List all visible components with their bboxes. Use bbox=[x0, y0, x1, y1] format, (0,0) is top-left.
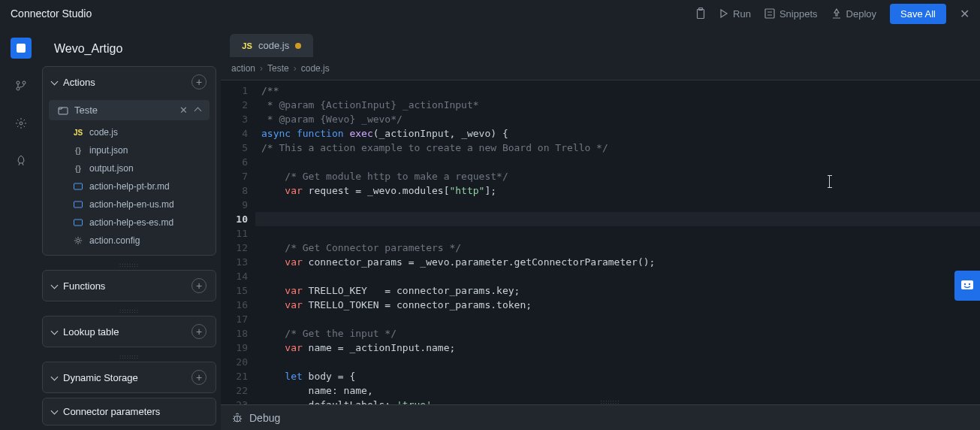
svg-rect-2 bbox=[765, 9, 774, 18]
js-file-icon: JS bbox=[73, 129, 83, 137]
panel-header-actions[interactable]: Actions + bbox=[43, 67, 216, 97]
code-content[interactable]: /** * @param {ActionInput} _actionInput*… bbox=[255, 80, 980, 404]
save-all-button[interactable]: Save All bbox=[890, 4, 946, 24]
panel-drag-handle[interactable]: :::::::: bbox=[601, 398, 620, 405]
add-button[interactable]: + bbox=[191, 370, 207, 385]
breadcrumb-item[interactable]: action bbox=[231, 63, 255, 74]
folder-collapse-icon[interactable] bbox=[195, 104, 201, 116]
code-editor[interactable]: 1234567891011121314151617181920212223 /*… bbox=[221, 80, 980, 404]
gear-icon bbox=[15, 117, 27, 129]
file-label: action.config bbox=[89, 235, 140, 246]
panel-title: Connector parameters bbox=[63, 406, 160, 417]
file-code-js[interactable]: JScode.js bbox=[56, 123, 216, 141]
file-input-json[interactable]: {}input.json bbox=[56, 141, 216, 159]
tree-folder-teste[interactable]: Teste ✕ bbox=[49, 100, 210, 120]
drag-handle[interactable]: :::::::: bbox=[42, 260, 216, 270]
md-file-icon bbox=[73, 200, 83, 209]
js-icon: JS bbox=[242, 41, 252, 50]
breadcrumb-item[interactable]: code.js bbox=[301, 63, 330, 74]
svg-point-26 bbox=[969, 283, 970, 285]
panel-header-dynamic[interactable]: Dynamic Storage + bbox=[43, 362, 216, 392]
snippets-button[interactable]: Snippets bbox=[764, 8, 818, 20]
file-action-config[interactable]: action.config bbox=[56, 232, 216, 250]
file-action-help-es-es-md[interactable]: action-help-es-es.md bbox=[56, 213, 216, 232]
folder-name: Teste bbox=[74, 104, 98, 116]
panel-dynamic-storage: Dynamic Storage + bbox=[42, 362, 216, 393]
chevron-down-icon bbox=[52, 280, 57, 292]
chevron-down-icon bbox=[52, 77, 57, 88]
run-button[interactable]: Run bbox=[719, 8, 751, 20]
svg-rect-14 bbox=[74, 220, 83, 226]
text-cursor bbox=[829, 175, 830, 188]
panel-connector-params: Connector parameters bbox=[42, 398, 216, 425]
svg-rect-13 bbox=[74, 201, 83, 207]
svg-rect-12 bbox=[74, 183, 83, 189]
rail-item-branch[interactable] bbox=[11, 75, 32, 96]
editor-area: JS code.js action › Teste › code.js 1234… bbox=[221, 27, 980, 430]
snippets-label: Snippets bbox=[779, 8, 818, 20]
bug-icon bbox=[231, 412, 243, 424]
feedback-button[interactable] bbox=[954, 271, 980, 301]
panel-functions: Functions + bbox=[42, 270, 216, 301]
smiley-icon bbox=[960, 278, 975, 293]
drag-handle[interactable]: :::::::: bbox=[42, 306, 216, 316]
branch-icon bbox=[15, 80, 27, 92]
deploy-label: Deploy bbox=[846, 8, 876, 20]
icon-rail bbox=[0, 27, 42, 430]
svg-point-7 bbox=[17, 81, 20, 84]
deploy-icon bbox=[831, 8, 842, 19]
debug-label: Debug bbox=[249, 412, 280, 424]
svg-point-15 bbox=[77, 239, 80, 242]
panel-title: Dynamic Storage bbox=[63, 372, 138, 383]
deploy-button[interactable]: Deploy bbox=[831, 8, 876, 20]
svg-line-20 bbox=[234, 416, 235, 417]
add-action-button[interactable]: + bbox=[191, 74, 207, 89]
json-file-icon: {} bbox=[73, 147, 83, 155]
clipboard-button[interactable] bbox=[695, 8, 706, 20]
drag-handle[interactable]: :::::::: bbox=[42, 352, 216, 362]
tab-code-js[interactable]: JS code.js bbox=[230, 34, 313, 57]
chevron-down-icon bbox=[52, 372, 57, 383]
rail-item-rocket[interactable] bbox=[11, 150, 32, 171]
file-label: output.json bbox=[89, 163, 134, 174]
topbar: Connector Studio Run Snippets Deploy Sav… bbox=[0, 0, 980, 27]
run-label: Run bbox=[733, 8, 751, 20]
dirty-indicator bbox=[295, 43, 301, 49]
add-button[interactable]: + bbox=[191, 324, 207, 339]
file-label: action-help-en-us.md bbox=[89, 199, 174, 210]
app-title: Connector Studio bbox=[11, 8, 92, 20]
file-output-json[interactable]: {}output.json bbox=[56, 159, 216, 177]
rail-item-settings[interactable] bbox=[11, 113, 32, 134]
file-label: action-help-pt-br.md bbox=[89, 181, 170, 192]
svg-rect-11 bbox=[59, 108, 68, 114]
file-action-help-en-us-md[interactable]: action-help-en-us.md bbox=[56, 195, 216, 213]
debug-panel-header[interactable]: Debug bbox=[221, 404, 980, 430]
sidebar: Wevo_Artigo Actions + Teste ✕ JScod bbox=[42, 27, 221, 430]
file-label: code.js bbox=[89, 127, 118, 138]
cfg-file-icon bbox=[73, 236, 83, 245]
panel-header-connparams[interactable]: Connector parameters bbox=[43, 398, 216, 425]
close-button[interactable]: ✕ bbox=[960, 7, 969, 21]
panel-lookup: Lookup table + bbox=[42, 316, 216, 347]
file-action-help-pt-br-md[interactable]: action-help-pt-br.md bbox=[56, 177, 216, 195]
svg-line-22 bbox=[234, 420, 235, 422]
rocket-icon bbox=[15, 155, 27, 167]
rail-item-connector[interactable] bbox=[11, 38, 32, 59]
svg-point-9 bbox=[17, 87, 20, 90]
breadcrumb: action › Teste › code.js bbox=[221, 57, 980, 80]
md-file-icon bbox=[73, 182, 83, 191]
json-file-icon: {} bbox=[73, 165, 83, 173]
folder-close-icon[interactable]: ✕ bbox=[179, 104, 188, 116]
chevron-down-icon bbox=[52, 326, 57, 338]
panel-title: Actions bbox=[63, 77, 95, 88]
add-button[interactable]: + bbox=[191, 278, 207, 293]
panel-actions: Actions + Teste ✕ JScode.js{}input.json{… bbox=[42, 66, 216, 256]
panel-header-functions[interactable]: Functions + bbox=[43, 271, 216, 301]
file-label: action-help-es-es.md bbox=[89, 217, 173, 228]
tabs-bar: JS code.js bbox=[221, 27, 980, 57]
svg-rect-6 bbox=[17, 44, 26, 53]
svg-point-25 bbox=[964, 283, 966, 285]
panel-header-lookup[interactable]: Lookup table + bbox=[43, 316, 216, 347]
svg-point-10 bbox=[20, 122, 23, 125]
breadcrumb-item[interactable]: Teste bbox=[267, 63, 289, 74]
